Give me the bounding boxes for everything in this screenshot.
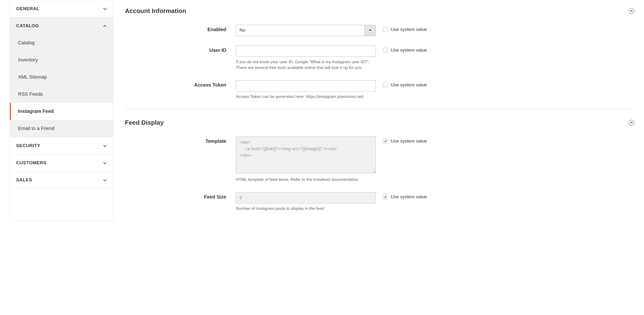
section-header-account: Account Information [125,7,634,15]
checkbox-label[interactable]: Use system value [391,138,427,144]
field-label: Enabled [125,25,236,32]
chevron-down-icon [103,7,107,10]
nav-section-sales: SALES [10,172,113,188]
field-user-id: User ID If you do not know your user ID,… [125,46,634,71]
nav-section-customers: CUSTOMERS [10,154,113,172]
chevron-down-icon [103,161,107,165]
field-hint: HTML template of feed items. Refer to th… [236,177,376,182]
feed-size-input [236,192,376,203]
use-system-checkbox[interactable] [383,27,388,32]
nav-header-general[interactable]: GENERAL [10,0,113,17]
use-system-checkbox[interactable] [383,82,388,87]
nav-section-general: GENERAL [10,0,113,17]
checkbox-label[interactable]: Use system value [391,194,427,200]
nav-item-instagram-feed[interactable]: Instagram Feed [10,103,113,120]
field-extra: Use system value [376,46,427,53]
template-textarea [236,136,376,173]
nav-section-catalog: CATALOG Catalog Inventory XML Sitemap RS… [10,17,113,137]
field-extra: Use system value [376,80,427,88]
field-control: HTML template of feed items. Refer to th… [236,136,376,182]
divider [125,109,634,109]
field-control: Number of Instagram posts to display in … [236,192,376,212]
sidebar: GENERAL CATALOG Catalog Inventory XML Si… [10,0,113,221]
nav-header-sales[interactable]: SALES [10,172,113,188]
checkbox-label[interactable]: Use system value [391,27,427,32]
field-label: Feed Size [125,192,236,200]
field-hint: Number of Instagram posts to display in … [236,206,376,212]
nav-label: CUSTOMERS [16,160,46,166]
use-system-checkbox[interactable] [383,48,388,52]
checkbox-label[interactable]: Use system value [391,82,427,88]
nav-label: SECURITY [16,143,40,148]
section-title: Account Information [125,7,186,15]
collapse-icon[interactable] [628,120,634,126]
checkbox-label[interactable]: Use system value [391,48,427,53]
field-label: User ID [125,46,236,53]
nav-items: Catalog Inventory XML Sitemap RSS Feeds … [10,34,113,137]
field-control: No [236,25,376,36]
collapse-icon[interactable] [628,8,634,14]
field-extra: Use system value [376,192,427,200]
nav-item-xml-sitemap[interactable]: XML Sitemap [10,68,113,86]
field-extra: Use system value [376,25,427,32]
field-enabled: Enabled No Use system value [125,25,634,36]
nav-header-catalog[interactable]: CATALOG [10,17,113,34]
nav-label: SALES [16,177,32,182]
nav-header-customers[interactable]: CUSTOMERS [10,154,113,171]
select-value: No [236,25,364,36]
nav-item-inventory[interactable]: Inventory [10,51,113,68]
field-hint: Access Token can be generated here: http… [236,94,376,100]
nav-label: GENERAL [16,6,39,11]
field-label: Template [125,136,236,144]
field-template: Template HTML template of feed items. Re… [125,136,634,182]
field-control: Access Token can be generated here: http… [236,80,376,100]
field-control: If you do not know your user ID, Google … [236,46,376,71]
field-extra: Use system value [376,136,427,144]
nav-header-security[interactable]: SECURITY [10,137,113,154]
field-hint: If you do not know your user ID, Google … [236,59,376,71]
nav-item-rss-feeds[interactable]: RSS Feeds [10,86,113,103]
section-title: Feed Display [125,119,164,126]
field-access-token: Access Token Access Token can be generat… [125,80,634,100]
use-system-checkbox[interactable] [383,139,388,144]
use-system-checkbox[interactable] [383,194,388,199]
nav-item-catalog[interactable]: Catalog [10,34,113,51]
field-label: Access Token [125,80,236,88]
nav-label: CATALOG [16,23,39,28]
dropdown-icon [364,25,376,36]
chevron-up-icon [103,24,107,28]
enabled-select[interactable]: No [236,25,376,36]
chevron-down-icon [103,178,107,182]
access-token-input[interactable] [236,80,376,92]
user-id-input[interactable] [236,46,376,57]
main-content: Account Information Enabled No Use syste… [125,0,634,221]
nav-section-security: SECURITY [10,137,113,154]
field-feed-size: Feed Size Number of Instagram posts to d… [125,192,634,212]
section-header-feed: Feed Display [125,119,634,126]
chevron-down-icon [103,144,107,148]
nav-item-email-friend[interactable]: Email to a Friend [10,120,113,137]
